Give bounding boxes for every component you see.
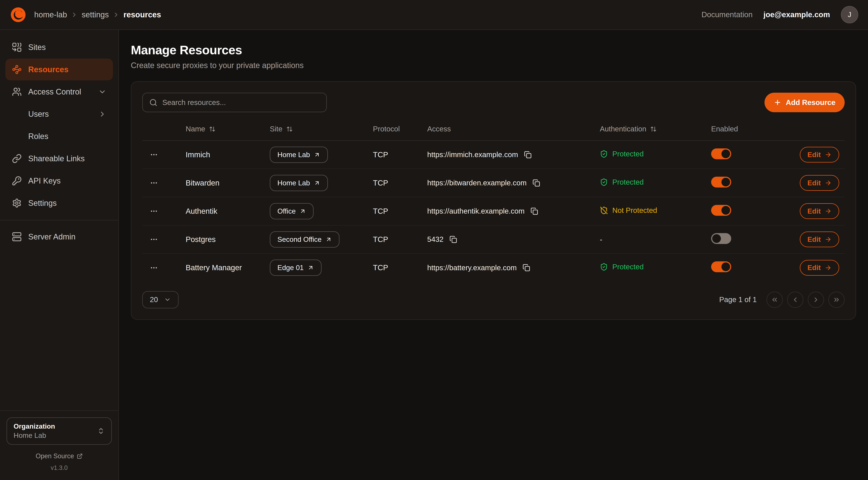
auth-status: Protected — [600, 263, 644, 271]
next-page-button[interactable] — [808, 292, 824, 308]
site-link-button[interactable]: Home Lab — [270, 147, 328, 163]
auth-status: Protected — [600, 150, 644, 158]
row-menu-button[interactable] — [148, 148, 160, 161]
breadcrumb-resources: resources — [123, 10, 161, 19]
copy-icon[interactable] — [523, 150, 533, 160]
arrow-up-right-icon — [300, 208, 306, 214]
chevrons-up-down-icon — [97, 427, 105, 435]
ellipsis-icon — [150, 179, 158, 187]
version-label: v1.3.0 — [5, 464, 113, 471]
open-source-link[interactable]: Open Source — [5, 452, 113, 460]
sort-site-header[interactable]: Site — [270, 125, 293, 133]
sidebar-item-shareable-links[interactable]: Shareable Links — [5, 148, 113, 170]
last-page-button[interactable] — [828, 292, 845, 308]
auth-status: - — [600, 235, 602, 244]
sidebar-item-roles[interactable]: Roles — [5, 125, 113, 147]
resources-card: Add Resource Name Site Protocol Access A… — [131, 81, 856, 320]
copy-icon[interactable] — [448, 235, 458, 244]
auth-status: Protected — [600, 178, 644, 186]
sidebar-item-api-keys[interactable]: API Keys — [5, 170, 113, 192]
access-value: https://authentik.example.com — [427, 207, 525, 215]
arrow-right-icon — [825, 151, 832, 158]
protocol-value: TCP — [368, 226, 422, 253]
table-header-row: Name Site Protocol Access Authentication… — [142, 118, 845, 141]
key-icon — [12, 176, 22, 186]
arrow-up-right-icon — [326, 236, 332, 243]
shield-check-icon — [600, 263, 608, 271]
edit-button[interactable]: Edit — [800, 147, 839, 162]
first-page-button[interactable] — [767, 292, 783, 308]
arrow-up-right-icon — [314, 151, 320, 158]
ellipsis-icon — [150, 235, 158, 243]
sidebar-divider — [0, 220, 118, 220]
previous-page-button[interactable] — [787, 292, 803, 308]
breadcrumb-org[interactable]: home-lab — [34, 10, 67, 19]
arrow-up-right-icon — [307, 264, 314, 271]
sidebar-item-sites[interactable]: Sites — [5, 36, 113, 58]
row-menu-button[interactable] — [148, 177, 160, 189]
copy-icon[interactable] — [529, 206, 539, 216]
sort-name-header[interactable]: Name — [186, 125, 216, 133]
pangolin-logo[interactable] — [10, 6, 27, 23]
arrow-up-down-icon — [209, 126, 216, 132]
site-link-button[interactable]: Edge 01 — [270, 260, 321, 276]
copy-icon[interactable] — [522, 263, 531, 273]
resource-name: Postgres — [180, 226, 265, 253]
sidebar-item-access-control[interactable]: Access Control — [5, 81, 113, 102]
site-link-button[interactable]: Home Lab — [270, 175, 328, 191]
sidebar-item-users[interactable]: Users — [5, 103, 113, 125]
add-resource-button[interactable]: Add Resource — [765, 93, 845, 112]
sidebar-footer: Organization Home Lab Open Source v1.3.0 — [0, 410, 118, 474]
enabled-toggle[interactable] — [711, 205, 731, 216]
user-email[interactable]: joe@example.com — [764, 10, 830, 19]
documentation-link[interactable]: Documentation — [702, 10, 753, 19]
ellipsis-icon — [150, 264, 158, 272]
sidebar-item-settings[interactable]: Settings — [5, 192, 113, 214]
site-link-button[interactable]: Office — [270, 203, 314, 219]
arrow-up-down-icon — [650, 126, 657, 132]
page-size-select[interactable]: 20 — [142, 291, 179, 308]
table-row: Authentik Office TCP https://authentik.e… — [142, 197, 845, 226]
breadcrumb-settings[interactable]: settings — [82, 10, 109, 19]
site-link-button[interactable]: Second Office — [270, 231, 339, 248]
edit-button[interactable]: Edit — [800, 232, 839, 247]
server-icon — [12, 232, 22, 242]
edit-button[interactable]: Edit — [800, 203, 839, 219]
sidebar-item-server-admin[interactable]: Server Admin — [5, 226, 113, 248]
column-protocol: Protocol — [368, 118, 422, 141]
resource-name: Bitwarden — [180, 169, 265, 197]
chevrons-right-icon — [833, 296, 840, 303]
row-menu-button[interactable] — [148, 233, 160, 246]
ellipsis-icon — [150, 207, 158, 215]
arrow-up-down-icon — [286, 126, 293, 132]
enabled-toggle[interactable] — [711, 233, 731, 244]
page-title: Manage Resources — [131, 43, 856, 57]
enabled-toggle[interactable] — [711, 261, 731, 272]
resource-name: Authentik — [180, 197, 265, 226]
chevron-left-icon — [792, 296, 799, 303]
sidebar-item-resources[interactable]: Resources — [5, 59, 113, 80]
shield-check-icon — [600, 150, 608, 158]
external-link-icon — [77, 453, 83, 459]
avatar[interactable]: J — [841, 6, 858, 23]
copy-icon[interactable] — [531, 178, 541, 188]
search-input[interactable] — [162, 98, 320, 107]
edit-button[interactable]: Edit — [800, 260, 839, 276]
organization-label: Organization — [13, 422, 55, 431]
enabled-toggle[interactable] — [711, 177, 731, 187]
chevron-right-icon — [71, 11, 78, 18]
row-menu-button[interactable] — [148, 205, 160, 217]
organization-selector[interactable]: Organization Home Lab — [6, 417, 112, 445]
table-row: Immich Home Lab TCP https://immich.examp… — [142, 141, 845, 169]
protocol-value: TCP — [368, 197, 422, 226]
enabled-toggle[interactable] — [711, 148, 731, 159]
resources-icon — [12, 65, 22, 74]
sort-authentication-header[interactable]: Authentication — [600, 125, 657, 133]
search-icon — [149, 98, 157, 107]
access-value: 5432 — [427, 235, 443, 244]
edit-button[interactable]: Edit — [800, 175, 839, 191]
shield-check-icon — [600, 178, 608, 186]
row-menu-button[interactable] — [148, 262, 160, 274]
column-actions — [774, 118, 845, 141]
chevron-down-icon — [98, 88, 106, 96]
